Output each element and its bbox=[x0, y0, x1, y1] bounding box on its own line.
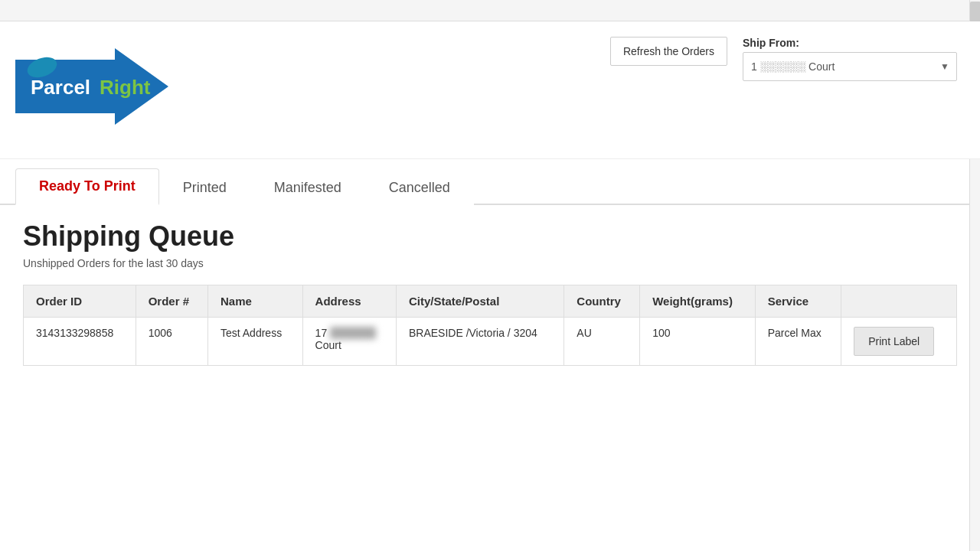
refresh-orders-button[interactable]: Refresh the Orders bbox=[610, 37, 727, 66]
ship-from-select[interactable]: 1 ░░░░░░ Court bbox=[743, 52, 957, 81]
tab-printed[interactable]: Printed bbox=[159, 170, 250, 205]
page-title: Shipping Queue bbox=[23, 220, 957, 253]
cell-name: Test Address bbox=[207, 318, 302, 366]
logo-container: Parcel Right bbox=[15, 44, 168, 136]
tab-ready-to-print[interactable]: Ready To Print bbox=[15, 168, 159, 205]
print-label-button[interactable]: Print Label bbox=[854, 327, 934, 356]
cell-city-state-postal: BRAESIDE /Victoria / 3204 bbox=[396, 318, 564, 366]
col-header-country: Country bbox=[564, 285, 640, 318]
ship-from-select-wrapper[interactable]: 1 ░░░░░░ Court ▼ bbox=[743, 52, 957, 81]
col-header-service: Service bbox=[755, 285, 841, 318]
cell-country: AU bbox=[564, 318, 640, 366]
col-header-order-id: Order ID bbox=[24, 285, 136, 318]
table-header: Order ID Order # Name Address City/State… bbox=[24, 285, 957, 318]
header: Parcel Right Refresh the Orders Ship Fro… bbox=[0, 21, 980, 159]
cell-order-id: 3143133298858 bbox=[24, 318, 136, 366]
tab-cancelled[interactable]: Cancelled bbox=[365, 170, 474, 205]
col-header-order-num: Order # bbox=[136, 285, 207, 318]
header-right: Refresh the Orders Ship From: 1 ░░░░░░ C… bbox=[610, 37, 957, 81]
table-body: 3143133298858 1006 Test Address 17 ░░░░░… bbox=[24, 318, 957, 366]
table-header-row: Order ID Order # Name Address City/State… bbox=[24, 285, 957, 318]
cell-address: 17 ░░░░░░Court bbox=[302, 318, 396, 366]
page-subtitle: Unshipped Orders for the last 30 days bbox=[23, 257, 957, 269]
col-header-address: Address bbox=[302, 285, 396, 318]
cell-action: Print Label bbox=[841, 318, 957, 366]
table-row: 3143133298858 1006 Test Address 17 ░░░░░… bbox=[24, 318, 957, 366]
blurred-address-part: ░░░░░░ bbox=[330, 327, 376, 339]
col-header-weight: Weight(grams) bbox=[640, 285, 755, 318]
col-header-city-state-postal: City/State/Postal bbox=[396, 285, 564, 318]
tabs-container: Ready To Print Printed Manifested Cancel… bbox=[0, 159, 980, 205]
svg-text:Parcel: Parcel bbox=[31, 76, 90, 99]
parcelright-logo: Parcel Right bbox=[15, 44, 168, 136]
top-bar bbox=[0, 0, 980, 21]
orders-table: Order ID Order # Name Address City/State… bbox=[23, 285, 957, 366]
tab-manifested[interactable]: Manifested bbox=[250, 170, 365, 205]
ship-from-container: Ship From: 1 ░░░░░░ Court ▼ bbox=[743, 37, 957, 81]
col-header-name: Name bbox=[207, 285, 302, 318]
main-content: Shipping Queue Unshipped Orders for the … bbox=[0, 205, 980, 381]
col-header-action bbox=[841, 285, 957, 318]
svg-text:Right: Right bbox=[100, 76, 151, 99]
ship-from-label: Ship From: bbox=[743, 37, 957, 49]
cell-weight: 100 bbox=[640, 318, 755, 366]
cell-order-num: 1006 bbox=[136, 318, 207, 366]
cell-service: Parcel Max bbox=[755, 318, 841, 366]
